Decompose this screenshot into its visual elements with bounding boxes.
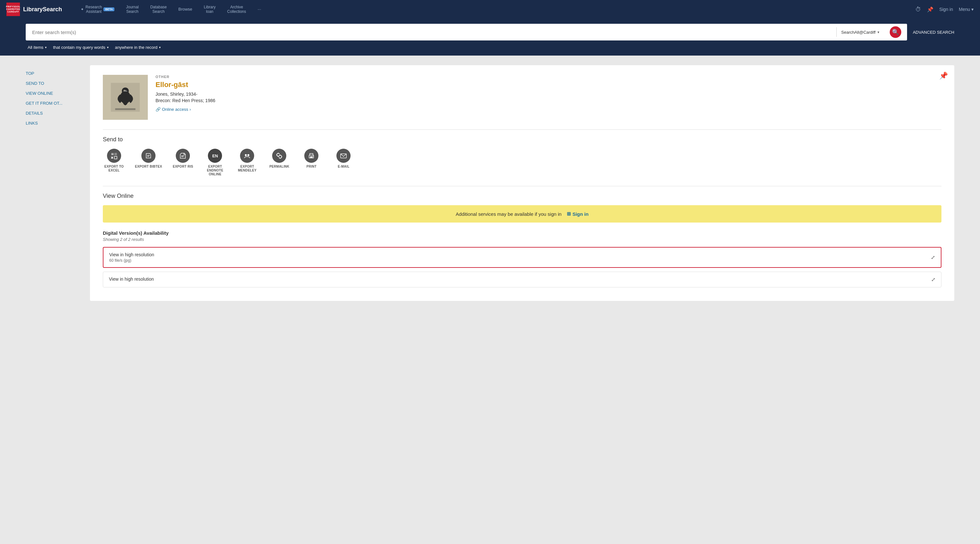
record-type: OTHER: [156, 75, 942, 79]
permalink-icon: [272, 149, 286, 163]
search-input[interactable]: [26, 24, 836, 40]
sidenav-view-online[interactable]: VIEW ONLINE: [26, 88, 90, 98]
nav-browse-label: Browse: [178, 7, 192, 12]
endnote-label: EXPORT ENDNOTE ONLINE: [207, 165, 223, 176]
sign-in-button[interactable]: Sign in: [939, 7, 953, 12]
bibtex-icon: [142, 149, 156, 163]
logo-area: PRIFYSGOL CAERDŸDD CARD♦FF LibrarySearch: [6, 3, 62, 16]
external-link-icon-2: ⤢: [931, 276, 935, 282]
side-nav: TOP SEND TO VIEW ONLINE GET IT FROM OT..…: [26, 65, 90, 301]
send-to-divider: [103, 129, 942, 130]
more-icon: ···: [258, 7, 261, 12]
bibtex-label: EXPORT BIBTEX: [135, 165, 162, 168]
nav-research-label: Research Assistant: [86, 5, 102, 14]
print-label: PRINT: [307, 165, 317, 168]
beta-badge: BETA: [103, 7, 115, 11]
scope-chevron-icon: ▾: [878, 30, 880, 34]
location-chevron-icon: ▾: [159, 46, 161, 49]
university-logo: PRIFYSGOL CAERDŸDD CARD♦FF: [6, 3, 20, 16]
record-title: Ellor-gāst: [156, 81, 942, 89]
digital-item-2[interactable]: View in high resolution ⤢: [103, 272, 942, 287]
sign-in-banner: Additional services may be available if …: [103, 205, 942, 222]
send-to-title: Send to: [103, 136, 942, 143]
excel-icon: [107, 149, 121, 163]
view-online-divider: [103, 186, 942, 186]
permalink-button[interactable]: PERMALINK: [268, 149, 291, 176]
external-link-icon-1: ⤢: [931, 254, 935, 260]
digital-item-1[interactable]: View in high resolution 60 file/s (jpg) …: [103, 247, 942, 268]
sidenav-details[interactable]: DETAILS: [26, 108, 90, 118]
email-label: E-MAIL: [338, 165, 349, 168]
all-items-chevron-icon: ▾: [45, 46, 46, 49]
ris-label: EXPORT RIS: [173, 165, 193, 168]
nav-item-browse[interactable]: Browse: [173, 0, 198, 19]
digital-versions-title: Digital Version(s) Availability: [103, 230, 942, 236]
search-button[interactable]: 🔍: [884, 24, 907, 40]
digital-item-2-title: View in high resolution: [109, 276, 154, 282]
nav-item-more[interactable]: ···: [252, 0, 267, 19]
export-endnote-button[interactable]: EN EXPORT ENDNOTE ONLINE: [204, 149, 226, 176]
digital-item-1-title: View in high resolution: [109, 252, 154, 257]
nav-database-label: Database Search: [150, 5, 167, 14]
main-content: TOP SEND TO VIEW ONLINE GET IT FROM OT..…: [0, 56, 980, 311]
link-icon: 🔗: [156, 107, 161, 112]
nav-item-archive-collections[interactable]: Archive Collections: [221, 0, 252, 19]
book-info: OTHER Ellor-gāst Jones, Shirley, 1934- B…: [156, 75, 942, 120]
header-right: ⏱ 📌 Sign in Menu ▾: [915, 6, 974, 13]
sidenav-top[interactable]: TOP: [26, 68, 90, 78]
nav-item-journal-search[interactable]: Journal Search: [120, 0, 144, 19]
svg-point-14: [245, 154, 247, 156]
nav-item-research-assistant[interactable]: ✦ Research Assistant BETA: [75, 0, 120, 19]
print-icon: [304, 149, 318, 163]
site-title: LibrarySearch: [23, 6, 62, 13]
ris-icon: [176, 149, 190, 163]
query-words-dropdown[interactable]: that contain my query words ▾: [51, 44, 111, 51]
pin-icon-header[interactable]: 📌: [927, 6, 934, 13]
all-items-label: All items: [28, 45, 43, 50]
sign-in-banner-text: Additional services may be available if …: [456, 211, 561, 217]
view-online-title: View Online: [103, 193, 942, 200]
search-scope-dropdown[interactable]: SearchAll@Cardiff ▾: [837, 30, 884, 35]
export-mendeley-button[interactable]: EXPORT MENDELEY: [236, 149, 258, 176]
menu-button[interactable]: Menu ▾: [959, 7, 974, 12]
menu-chevron-icon: ▾: [971, 7, 974, 12]
cover-svg: [111, 83, 140, 112]
all-items-dropdown[interactable]: All items ▾: [26, 44, 49, 51]
svg-rect-5: [115, 108, 135, 110]
record-publisher: Brecon: Red Hen Press; 1986: [156, 98, 942, 103]
mendeley-label: EXPORT MENDELEY: [238, 165, 256, 173]
nav-item-database-search[interactable]: Database Search: [145, 0, 173, 19]
digital-item-1-meta: 60 file/s (jpg): [109, 258, 154, 263]
sign-in-banner-link[interactable]: ⊞ Sign in: [567, 211, 589, 217]
sidenav-send-to[interactable]: SEND TO: [26, 78, 90, 88]
svg-line-16: [278, 155, 280, 157]
detail-card: 📌: [90, 65, 954, 301]
export-excel-button[interactable]: EXPORT TO EXCEL: [103, 149, 125, 176]
nav-item-library-loan[interactable]: Library loan: [198, 0, 221, 19]
view-online-section: View Online Additional services may be a…: [103, 193, 942, 287]
print-button[interactable]: PRINT: [300, 149, 323, 176]
sidenav-get-it-from[interactable]: GET IT FROM OT...: [26, 98, 90, 108]
email-button[interactable]: E-MAIL: [332, 149, 355, 176]
svg-rect-18: [310, 156, 313, 158]
filter-row: All items ▾ that contain my query words …: [0, 40, 980, 56]
svg-rect-7: [115, 153, 117, 155]
query-chevron-icon: ▾: [107, 46, 108, 49]
mendeley-icon: [240, 149, 254, 163]
svg-point-4: [124, 90, 125, 91]
header: PRIFYSGOL CAERDŸDD CARD♦FF LibrarySearch…: [0, 0, 980, 19]
send-to-tools: EXPORT TO EXCEL EXPORT BIBTEX: [103, 149, 942, 176]
query-words-label: that contain my query words: [53, 45, 105, 50]
advanced-search-link[interactable]: ADVANCED SEARCH: [913, 30, 954, 35]
permalink-label: PERMALINK: [269, 165, 289, 168]
sidenav-links[interactable]: LINKS: [26, 118, 90, 128]
online-access-link[interactable]: 🔗 Online access ›: [156, 107, 942, 112]
nav-journal-label: Journal Search: [126, 5, 138, 14]
pin-button[interactable]: 📌: [939, 71, 948, 80]
export-ris-button[interactable]: EXPORT RIS: [172, 149, 194, 176]
record-author: Jones, Shirley, 1934-: [156, 92, 942, 97]
location-dropdown[interactable]: anywhere in the record ▾: [113, 44, 162, 51]
export-bibtex-button[interactable]: EXPORT BIBTEX: [135, 149, 162, 176]
scope-label: SearchAll@Cardiff: [841, 30, 876, 35]
history-icon[interactable]: ⏱: [915, 6, 921, 13]
